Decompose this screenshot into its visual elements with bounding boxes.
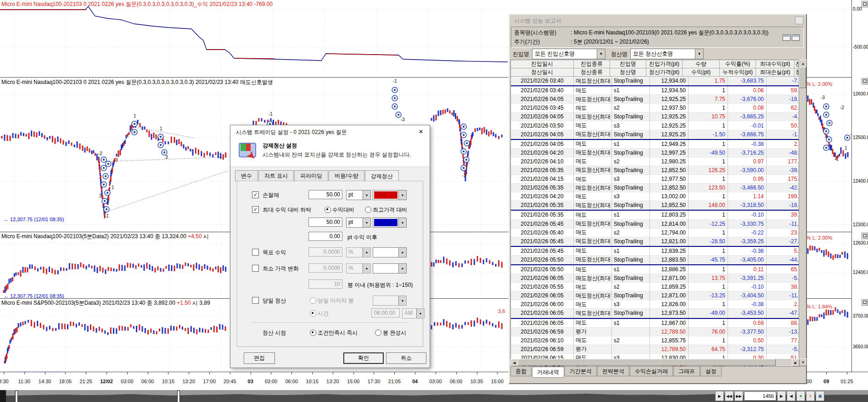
- table-row[interactable]: 2021/02/26 06:05매도청산(최대StopTrailing12,87…: [511, 309, 799, 318]
- close-icon[interactable]: ✕: [414, 127, 428, 137]
- chevron-down-icon[interactable]: ▼: [363, 218, 370, 227]
- chevron-down-icon[interactable]: ▼: [363, 264, 370, 273]
- table-row[interactable]: 2021/02/26 03:40매도청산(최대StopTrailing12,93…: [511, 77, 799, 86]
- table-row[interactable]: 2021/02/26 05:50매도청산(최대StopTrailing12,88…: [511, 256, 799, 265]
- table-row[interactable]: 2021/02/26 03:40매도s112,934.5010.0659.25: [511, 86, 799, 95]
- report-tab-5[interactable]: 수익손실거래: [630, 367, 673, 376]
- scrollbar-thumb[interactable]: [799, 67, 806, 88]
- report-titlebar[interactable]: 시스템 성능 보고서: [510, 15, 806, 26]
- timing-bar-complete-radio[interactable]: [375, 329, 381, 336]
- table-row[interactable]: 2021/02/26 04:05매도청산(최대StopTrailing12,92…: [511, 130, 799, 140]
- table-row[interactable]: 2021/02/26 04:05매도청산(최대StopTrailing12,92…: [511, 112, 799, 121]
- navigator-range-handle-right[interactable]: [177, 391, 180, 402]
- scroll-right-icon[interactable]: ▶: [792, 359, 800, 367]
- timing-immediate-radio[interactable]: [310, 329, 316, 336]
- scroll-down-icon[interactable]: ▼: [799, 358, 807, 366]
- daily-liquidation-checkbox[interactable]: [252, 297, 259, 304]
- dialog-tab-3[interactable]: 피라미딩: [294, 170, 328, 181]
- chevron-down-icon[interactable]: ▼: [398, 248, 406, 257]
- maxdrop-radio-peak[interactable]: [365, 207, 371, 213]
- navigator-tool-icon[interactable]: ▶: [777, 391, 786, 401]
- min-change-checkbox[interactable]: [252, 265, 259, 272]
- table-horizontal-scrollbar[interactable]: ◀ ▶: [510, 359, 799, 366]
- table-row[interactable]: 2021/02/26 05:45매도청산(최대StopTrailing12,82…: [511, 237, 799, 247]
- navigator-tool-icon[interactable]: ●: [796, 391, 805, 401]
- chevron-down-icon[interactable]: ▼: [398, 190, 406, 200]
- daily-last-bar-select[interactable]: ▼: [373, 296, 407, 306]
- window-maximize-icon[interactable]: [792, 34, 800, 41]
- dialog-tab-2[interactable]: 차트 표시: [258, 170, 294, 181]
- nav-play-button[interactable]: ▶: [715, 391, 724, 401]
- dialog-tab-1[interactable]: 변수: [235, 170, 258, 181]
- ok-button[interactable]: 확인: [343, 352, 384, 364]
- chevron-down-icon[interactable]: ▼: [398, 296, 406, 305]
- table-row[interactable]: 2021/02/26 06:59평가12,789.5076.00-3,377.5…: [511, 328, 799, 336]
- table-row[interactable]: 2021/02/26 06:05매도청산(최대StopTrailing12,87…: [511, 291, 799, 300]
- price-axis[interactable]: 0.00-500.0012600.0012500.0012400.0012300…: [851, 0, 868, 372]
- table-row[interactable]: 2021/02/26 04:05매도s112,949.251-0.382.00: [511, 140, 799, 149]
- bars-within-input[interactable]: [308, 279, 342, 289]
- scroll-up-icon[interactable]: ▲: [799, 60, 807, 67]
- daily-time-radio[interactable]: [310, 310, 316, 317]
- report-tab-6[interactable]: 그래프: [673, 367, 700, 376]
- navigator-count[interactable]: 1456: [744, 391, 776, 401]
- table-row[interactable]: 2021/02/26 04:10매도s212,980.2510.97177.75: [511, 157, 799, 166]
- table-row[interactable]: 2021/02/26 06:05매도s112,867.0010.5988.75: [511, 319, 799, 328]
- target-profit-input[interactable]: [308, 247, 342, 257]
- table-row[interactable]: 2021/02/26 05:45매도청산(최대StopTrailing12,81…: [511, 220, 799, 229]
- edit-button[interactable]: 편집: [244, 352, 275, 364]
- exit-filter-select[interactable]: 모든 청산신호명 ▼: [630, 49, 704, 59]
- table-row[interactable]: 2021/02/26 06:10매도s212,855.7510.5077.50: [511, 336, 799, 345]
- daily-ampm-select[interactable]: AM ▼: [402, 308, 425, 318]
- min-change-input[interactable]: [308, 263, 342, 273]
- report-close-button[interactable]: [795, 17, 803, 24]
- table-row[interactable]: 2021/02/26 05:35매도s112,803.251-0.1039.25: [511, 211, 799, 219]
- chevron-down-icon[interactable]: ▼: [416, 309, 424, 318]
- entry-filter-select[interactable]: 모든 진입신호명 ▼: [532, 49, 605, 59]
- stoploss-unit-select[interactable]: pt ▼: [346, 190, 371, 200]
- daily-last-bar-radio[interactable]: [310, 297, 316, 304]
- report-tab-3[interactable]: 기간분석: [565, 367, 597, 376]
- daily-time-input[interactable]: [371, 308, 400, 318]
- stoploss-value-input[interactable]: [308, 190, 342, 199]
- pane-restore-button[interactable]: [862, 78, 868, 84]
- min-change-color-select[interactable]: ▼: [373, 263, 407, 274]
- table-row[interactable]: 2021/02/26 06:59평가12,789.5064.75-3,312.7…: [511, 345, 799, 354]
- table-row[interactable]: 2021/02/26 06:00매도s312,826.001-0.382.50: [511, 300, 799, 309]
- scrollbar-thumb[interactable]: [518, 359, 776, 366]
- maxdrop-after-input[interactable]: [308, 232, 342, 241]
- chevron-down-icon[interactable]: ▼: [398, 218, 406, 227]
- dialog-titlebar[interactable]: 시스템 트레이딩 설정 - 0 2021 0226 yes 질문 ✕: [230, 125, 430, 138]
- table-vertical-scrollbar[interactable]: ▲ ▼: [799, 60, 806, 366]
- navigator-tool-icon[interactable]: ●: [806, 391, 815, 401]
- chevron-down-icon[interactable]: ▼: [597, 49, 605, 59]
- pane-restore-button[interactable]: [862, 299, 868, 306]
- table-row[interactable]: 2021/02/26 05:35매도청산(최대StopTrailing12,85…: [511, 201, 799, 211]
- target-profit-checkbox[interactable]: [252, 249, 259, 256]
- scroll-left-icon[interactable]: ◀: [510, 359, 518, 367]
- table-row[interactable]: 2021/02/26 05:55매도s212,859.251-0.1038.25: [511, 283, 799, 291]
- dialog-tab-4[interactable]: 비용/수량: [329, 170, 364, 181]
- chevron-down-icon[interactable]: ▼: [398, 264, 406, 273]
- table-row[interactable]: 2021/02/26 03:45매도s212,937.5010.0862.25: [511, 104, 799, 112]
- window-restore-icon[interactable]: [783, 34, 790, 41]
- maxdrop-value-input[interactable]: [308, 218, 342, 227]
- table-row[interactable]: 2021/02/26 04:05매도청산(최대StopTrailing12,92…: [511, 95, 799, 104]
- report-tab-7[interactable]: 설정: [700, 367, 722, 376]
- cancel-button[interactable]: 취소: [386, 352, 426, 364]
- table-row[interactable]: 2021/02/26 04:20매도청산(최대StopTrailing12,99…: [511, 149, 799, 157]
- table-row[interactable]: 2021/02/26 05:35매도청산(최대StopTrailing12,85…: [511, 166, 799, 175]
- table-row[interactable]: 2021/02/26 04:20매도s313,002.0011.14199.50: [511, 192, 799, 201]
- table-row[interactable]: 2021/02/26 05:50매도s112,886.2510.1165.25: [511, 265, 799, 274]
- report-tab-4[interactable]: 전략분석: [597, 367, 629, 376]
- chevron-down-icon[interactable]: ▼: [363, 248, 370, 257]
- table-row[interactable]: 2021/02/26 05:35매도청산(최대StopTrailing12,85…: [511, 184, 799, 192]
- min-change-unit-select[interactable]: % ▼: [346, 263, 371, 274]
- report-tab-2[interactable]: 거래내역: [532, 367, 564, 378]
- dialog-tab-5[interactable]: 강제청산: [365, 170, 399, 182]
- navigator-range-handle-left[interactable]: [15, 391, 18, 402]
- nav-next-button[interactable]: ▶▶: [734, 391, 743, 401]
- target-profit-color-select[interactable]: ▼: [373, 247, 407, 257]
- target-profit-unit-select[interactable]: % ▼: [346, 247, 371, 257]
- maxdrop-radio-profit[interactable]: [325, 207, 331, 213]
